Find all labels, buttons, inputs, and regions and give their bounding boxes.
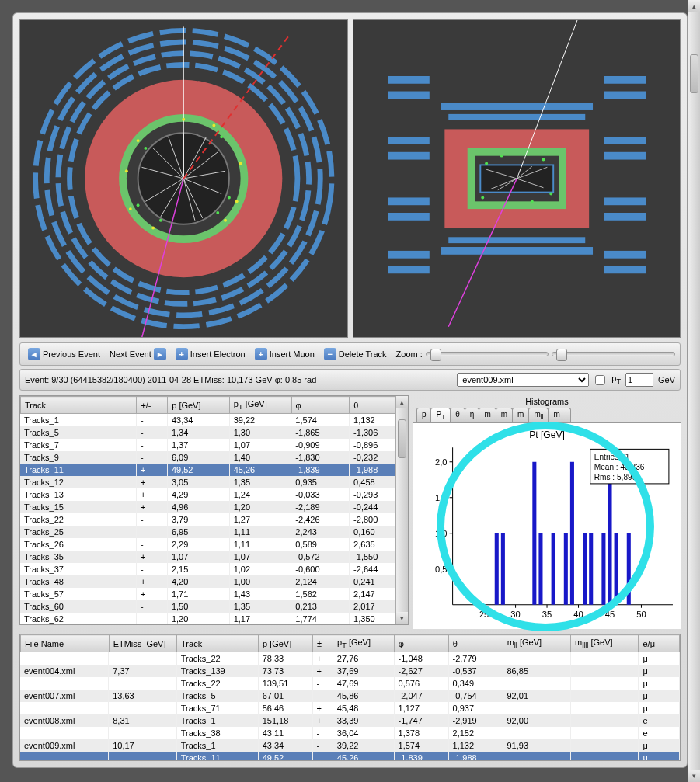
table-row[interactable]: event004.xml7,37Tracks_13973,73+37,69-2,… <box>20 665 680 677</box>
table-row[interactable]: Tracks_9-6,091,40-1,830-0,232 <box>20 451 407 464</box>
svg-rect-108 <box>601 533 605 605</box>
zoom-slider-2[interactable] <box>552 352 675 356</box>
svg-point-31 <box>125 169 128 172</box>
tracks-scrollbar[interactable]: ▴▾ <box>395 396 408 624</box>
col-header[interactable]: +/- <box>137 397 168 414</box>
zoom-label: Zoom : <box>396 349 423 359</box>
table-row[interactable]: Tracks_22-3,791,27-2,426-2,800 <box>20 513 407 526</box>
table-row[interactable]: Tracks_22139,51-47,690,5760,349μ <box>20 677 680 690</box>
col-header[interactable]: File Name <box>21 635 110 652</box>
delete-track-button[interactable]: −Delete Track <box>321 346 390 362</box>
svg-text:2,0: 2,0 <box>435 457 447 467</box>
svg-point-25 <box>235 200 239 203</box>
svg-text:Mean : 40,336: Mean : 40,336 <box>594 463 645 471</box>
file-select[interactable]: event009.xml <box>457 373 589 387</box>
col-header[interactable]: p [GeV] <box>168 397 230 414</box>
svg-point-33 <box>144 147 147 150</box>
svg-rect-51 <box>604 152 646 160</box>
svg-rect-102 <box>538 533 542 605</box>
events-scrollbar[interactable]: ▴▾ <box>688 0 700 780</box>
table-row[interactable]: Tracks_35+1,071,07-0,572-1,550 <box>20 551 407 563</box>
tab-m_...[interactable]: m... <box>548 408 570 422</box>
col-header[interactable]: φ <box>394 635 448 652</box>
tab-θ[interactable]: θ <box>450 408 465 422</box>
arrow-left-icon: ◂ <box>28 348 40 360</box>
svg-text:45: 45 <box>605 610 615 619</box>
view-transverse[interactable] <box>19 19 348 338</box>
table-row[interactable]: Tracks_3843,11-36,041,3782,152e <box>20 727 680 739</box>
svg-rect-53 <box>604 213 646 221</box>
table-row[interactable]: Tracks_26-2,291,110,5892,635 <box>20 538 407 551</box>
table-row[interactable]: Tracks_25-6,951,112,2430,160 <box>20 526 407 538</box>
insert-electron-button[interactable]: +Insert Electron <box>172 346 249 362</box>
table-row[interactable]: Tracks_57+1,711,431,5622,147 <box>20 588 407 600</box>
table-row[interactable]: Tracks_48+4,201,002,1240,241 <box>20 575 407 588</box>
insert-muon-button[interactable]: +Insert Muon <box>252 346 318 362</box>
svg-point-28 <box>151 227 155 230</box>
svg-rect-101 <box>532 462 536 605</box>
table-row[interactable]: event007.xml13,63Tracks_567,01-45,86-2,0… <box>20 690 680 702</box>
col-header[interactable]: pT [GeV] <box>229 397 291 414</box>
col-header[interactable]: ± <box>312 635 333 652</box>
table-row[interactable]: event009.xml10,17Tracks_143,34-39,221,57… <box>20 739 680 752</box>
pt-input[interactable] <box>625 373 653 387</box>
col-header[interactable]: ETMiss [GeV] <box>109 635 176 652</box>
svg-rect-41 <box>388 266 430 273</box>
svg-text:40: 40 <box>573 610 583 619</box>
col-header[interactable]: Track <box>21 397 137 414</box>
tab-η[interactable]: η <box>465 408 480 422</box>
prev-event-button[interactable]: ◂Previous Event <box>25 346 103 362</box>
tab-p[interactable]: p <box>416 408 432 422</box>
col-header[interactable]: mllll [GeV] <box>571 635 639 652</box>
tab-m[interactable]: m <box>496 408 513 422</box>
svg-rect-44 <box>604 251 646 259</box>
svg-rect-56 <box>448 114 585 120</box>
svg-rect-45 <box>604 266 646 273</box>
svg-point-35 <box>137 203 140 207</box>
table-row[interactable]: Tracks_7156,46+45,481,1270,937μ <box>20 702 680 714</box>
svg-rect-100 <box>501 533 505 605</box>
table-row[interactable]: Tracks_1149,52-45,26-1,839-1,988μ <box>20 752 680 760</box>
table-row[interactable]: event008.xml8,31Tracks_1151,18+33,39-1,7… <box>20 714 680 727</box>
svg-rect-46 <box>388 137 430 144</box>
next-event-button[interactable]: Next Event▸ <box>106 346 169 362</box>
col-header[interactable]: θ <box>448 635 503 652</box>
plus-icon: + <box>176 348 188 360</box>
tab-m[interactable]: m <box>479 408 496 422</box>
svg-rect-39 <box>388 92 430 99</box>
pt-checkbox[interactable] <box>595 375 605 385</box>
svg-point-24 <box>137 139 140 142</box>
tab-P_T[interactable]: PT <box>430 408 451 422</box>
table-row[interactable]: Tracks_11+49,5245,26-1,839-1,988 <box>20 464 407 476</box>
zoom-slider-1[interactable] <box>426 352 549 356</box>
col-header[interactable]: φ <box>291 397 350 414</box>
svg-rect-49 <box>388 213 430 221</box>
table-row[interactable]: Tracks_62-1,201,171,7741,350 <box>20 613 407 624</box>
col-header[interactable]: p [GeV] <box>258 635 312 652</box>
svg-point-36 <box>216 211 219 214</box>
table-row[interactable]: Tracks_60-1,501,350,2132,017 <box>20 600 407 613</box>
table-row[interactable]: Tracks_2278,33+27,76-1,048-2,779μ <box>20 652 680 665</box>
table-row[interactable]: Tracks_1-43,3439,221,5741,132 <box>20 414 407 426</box>
tab-m_ll[interactable]: mll <box>528 408 549 422</box>
table-row[interactable]: Tracks_12+3,051,350,9350,458 <box>20 476 407 488</box>
table-row[interactable]: Tracks_37-2,151,02-0,600-2,644 <box>20 563 407 575</box>
arrow-right-icon: ▸ <box>154 348 166 360</box>
table-row[interactable]: Tracks_7-1,371,07-0,909-0,896 <box>20 439 407 451</box>
col-header[interactable]: mll [GeV] <box>503 635 570 652</box>
svg-point-73 <box>481 196 484 199</box>
col-header[interactable]: e/μ <box>639 635 680 652</box>
table-row[interactable]: Tracks_15+4,961,20-2,189-0,244 <box>20 501 407 513</box>
infobar: Event: 9/30 (64415382/180400) 2011-04-28… <box>19 369 681 391</box>
view-longitudinal[interactable] <box>353 19 681 338</box>
minus-icon: − <box>324 348 336 360</box>
col-header[interactable]: pT [GeV] <box>333 635 395 652</box>
table-row[interactable]: Tracks_13+4,291,24-0,033-0,293 <box>20 488 407 501</box>
table-row[interactable]: Tracks_5-1,341,30-1,865-1,306 <box>20 426 407 439</box>
tab-m[interactable]: m <box>512 408 529 422</box>
col-header[interactable]: Track <box>177 635 259 652</box>
del-label: Delete Track <box>339 349 387 359</box>
pt-histogram-chart[interactable]: Pt [GeV]0,51,01,52,0253035404550Entries … <box>413 422 681 629</box>
svg-point-29 <box>182 118 185 121</box>
svg-text:Pt [GeV]: Pt [GeV] <box>529 429 565 440</box>
